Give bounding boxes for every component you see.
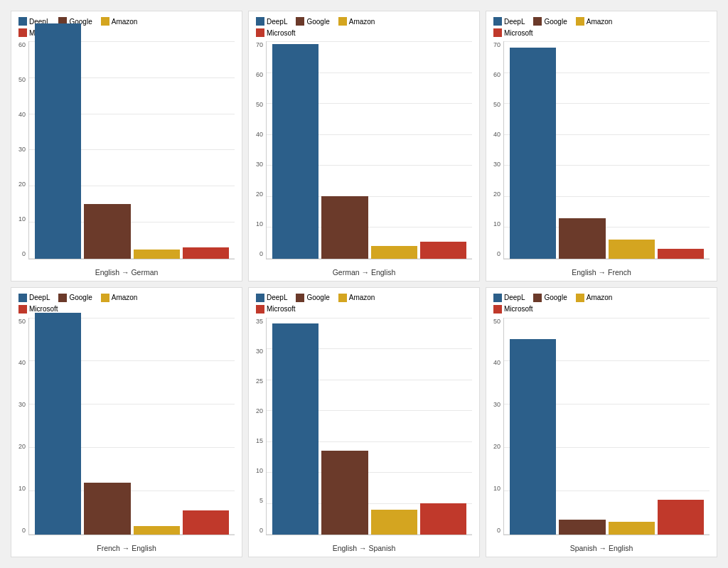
y-tick: 0 bbox=[497, 527, 500, 534]
amazon-bar bbox=[371, 246, 417, 258]
deepl-bar bbox=[272, 323, 318, 535]
microsoft-legend-label: Microsoft bbox=[29, 305, 58, 313]
google-legend-label: Google bbox=[306, 294, 329, 301]
y-tick: 15 bbox=[256, 437, 263, 444]
microsoft-legend-color bbox=[18, 305, 27, 314]
amazon-legend-color bbox=[338, 294, 347, 302]
chart-title: German → English bbox=[249, 268, 479, 277]
amazon-legend-color bbox=[101, 294, 109, 302]
microsoft-bar bbox=[183, 247, 229, 258]
y-tick: 40 bbox=[18, 111, 26, 118]
plot-area bbox=[266, 318, 472, 536]
amazon-bar bbox=[371, 510, 417, 535]
dashboard: DeepLGoogleAmazonMicrosoft6050403020100E… bbox=[4, 4, 724, 564]
y-tick: 60 bbox=[256, 71, 263, 78]
amazon-bar bbox=[134, 526, 180, 535]
google-bar bbox=[559, 520, 605, 535]
google-legend-color bbox=[296, 294, 304, 302]
y-tick: 60 bbox=[18, 41, 26, 48]
deepl-legend-label: DeepL bbox=[267, 294, 287, 301]
plot-area bbox=[503, 41, 710, 259]
y-tick: 30 bbox=[18, 146, 26, 153]
y-axis: 50403020100 bbox=[18, 318, 28, 536]
y-tick: 20 bbox=[256, 191, 263, 198]
plot-area bbox=[28, 318, 235, 536]
y-tick: 20 bbox=[256, 407, 263, 414]
y-tick: 25 bbox=[256, 377, 263, 385]
legend-item-google: Google bbox=[533, 294, 567, 302]
y-tick: 0 bbox=[22, 250, 26, 257]
legend-item-amazon: Amazon bbox=[338, 17, 375, 26]
legend-item-deepl: DeepL bbox=[493, 294, 525, 302]
deepl-legend-color bbox=[18, 294, 27, 302]
chart-plot-area: 50403020100 bbox=[18, 318, 235, 536]
y-tick: 0 bbox=[22, 527, 26, 534]
bars-group bbox=[267, 318, 472, 535]
y-tick: 40 bbox=[18, 359, 26, 366]
deepl-bar bbox=[35, 23, 81, 259]
amazon-legend-label: Amazon bbox=[112, 294, 138, 301]
microsoft-legend-label: Microsoft bbox=[504, 305, 533, 313]
microsoft-legend-label: Microsoft bbox=[267, 305, 296, 313]
chart-legend: DeepLGoogleAmazonMicrosoft bbox=[18, 294, 235, 314]
google-bar bbox=[559, 218, 605, 259]
legend-item-deepl: DeepL bbox=[256, 17, 287, 26]
chart-title: English → French bbox=[486, 268, 717, 277]
legend-item-deepl: DeepL bbox=[18, 294, 50, 302]
google-legend-color bbox=[533, 294, 542, 302]
y-axis: 706050403020100 bbox=[493, 41, 503, 259]
y-tick: 50 bbox=[256, 101, 263, 108]
deepl-legend-label: DeepL bbox=[267, 18, 287, 26]
plot-area bbox=[503, 318, 710, 536]
bars-group bbox=[29, 318, 235, 535]
chart-plot-area: 35302520151050 bbox=[256, 318, 472, 536]
deepl-legend-color bbox=[493, 294, 502, 302]
deepl-legend-label: DeepL bbox=[504, 294, 525, 301]
y-axis: 6050403020100 bbox=[18, 41, 28, 259]
amazon-bar bbox=[609, 522, 655, 535]
deepl-legend-color bbox=[256, 294, 264, 302]
y-tick: 30 bbox=[256, 161, 263, 168]
y-tick: 40 bbox=[256, 131, 263, 138]
chart-title: English → German bbox=[11, 268, 242, 277]
y-tick: 0 bbox=[497, 250, 500, 257]
amazon-legend-label: Amazon bbox=[587, 294, 613, 301]
y-tick: 10 bbox=[493, 220, 500, 227]
y-tick: 10 bbox=[256, 467, 263, 474]
deepl-bar bbox=[510, 339, 556, 535]
legend-item-microsoft: Microsoft bbox=[493, 305, 533, 314]
y-tick: 30 bbox=[18, 401, 26, 408]
amazon-legend-color bbox=[338, 17, 347, 26]
y-tick: 50 bbox=[493, 318, 500, 325]
deepl-legend-label: DeepL bbox=[29, 294, 50, 301]
y-tick: 20 bbox=[18, 181, 26, 188]
microsoft-legend-color bbox=[493, 305, 502, 314]
legend-item-deepl: DeepL bbox=[256, 294, 287, 302]
y-tick: 60 bbox=[493, 71, 500, 78]
microsoft-legend-color bbox=[18, 28, 27, 37]
y-tick: 70 bbox=[256, 41, 263, 48]
y-tick: 30 bbox=[493, 161, 500, 168]
y-tick: 5 bbox=[259, 497, 263, 504]
y-axis: 706050403020100 bbox=[256, 41, 266, 259]
amazon-legend-color bbox=[576, 17, 584, 26]
google-bar bbox=[321, 451, 368, 535]
legend-item-microsoft: Microsoft bbox=[256, 28, 296, 37]
amazon-bar bbox=[609, 240, 655, 258]
y-tick: 0 bbox=[259, 250, 263, 257]
amazon-bar bbox=[134, 250, 180, 259]
deepl-legend-color bbox=[256, 17, 264, 26]
chart-legend: DeepLGoogleAmazonMicrosoft bbox=[493, 294, 710, 314]
y-tick: 40 bbox=[493, 131, 500, 138]
legend-item-amazon: Amazon bbox=[576, 294, 613, 302]
y-axis: 35302520151050 bbox=[256, 318, 266, 536]
legend-item-google: Google bbox=[533, 17, 567, 26]
microsoft-legend-color bbox=[256, 28, 264, 37]
chart-eng-ger: DeepLGoogleAmazonMicrosoft6050403020100E… bbox=[11, 11, 242, 282]
bars-group bbox=[267, 41, 472, 259]
google-bar bbox=[84, 204, 130, 258]
deepl-legend-color bbox=[493, 17, 502, 26]
amazon-legend-color bbox=[576, 294, 584, 302]
legend-item-google: Google bbox=[296, 294, 329, 302]
microsoft-bar bbox=[420, 503, 466, 535]
